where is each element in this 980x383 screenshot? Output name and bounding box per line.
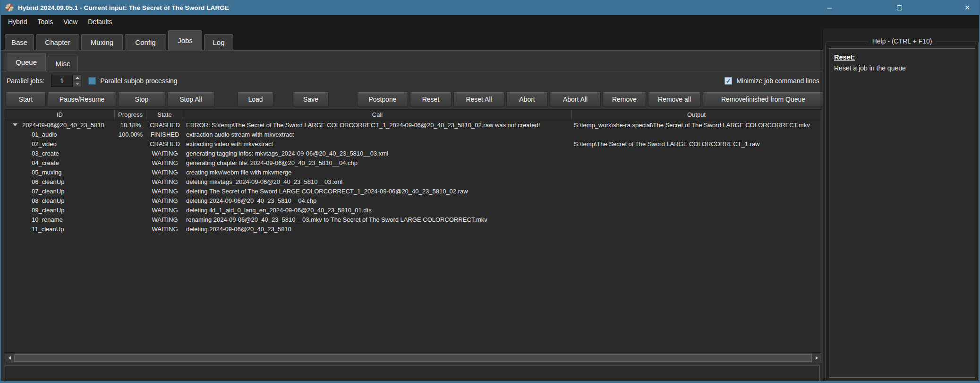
table-row[interactable]: 11_cleanUp WAITING deleting 2024-09-06@2… xyxy=(5,224,821,234)
job-id-cell: 04_create xyxy=(5,158,115,167)
job-call-cell: generating tagging infos: mkvtags_2024-0… xyxy=(183,148,572,158)
job-call-cell: deleting 2024-09-06@20_40_23_5810 xyxy=(183,224,572,234)
job-call-cell: deleting The Secret of The Sword LARGE C… xyxy=(183,186,572,196)
toolbar-button[interactable]: Pause/Resume xyxy=(48,92,116,106)
scrollbar-thumb[interactable] xyxy=(14,354,812,362)
table-header-cell[interactable]: ID xyxy=(5,110,115,120)
job-id-cell: 01_audio xyxy=(5,130,115,139)
job-call-cell: deleting ild_1_aid_0_lang_en_2024-09-06@… xyxy=(183,205,572,215)
expander-icon[interactable] xyxy=(13,123,18,126)
main-tab-bar: BaseChapterMuxingConfigJobsLog xyxy=(1,28,823,50)
minimize-cmd-checkbox[interactable]: ✓ xyxy=(724,77,732,85)
title-bar: Hybrid 2024.09.05.1 - Current input: The… xyxy=(1,0,979,15)
jobs-sub-tab-bar: QueueMisc xyxy=(1,52,823,71)
job-output-cell xyxy=(572,130,821,139)
job-button-group: PostponeResetReset AllAbortAbort AllRemo… xyxy=(357,92,826,106)
jobs-page: QueueMisc Parallel jobs: 1 Parallel subj… xyxy=(1,50,823,383)
spinner-arrows xyxy=(73,75,82,87)
toolbar-button[interactable]: Removefinished from Queue xyxy=(703,92,824,106)
main-tab[interactable]: Base xyxy=(5,34,34,50)
parallel-jobs-value[interactable]: 1 xyxy=(51,75,73,87)
job-output-cell xyxy=(572,215,821,224)
job-output-cell xyxy=(572,177,821,186)
run-button-group: StartPause/ResumeStopStop All xyxy=(6,92,216,106)
main-tab[interactable]: Config xyxy=(125,34,166,50)
job-progress-cell xyxy=(115,196,146,205)
table-row[interactable]: 01_audio 100.00% FINISHED extraction aud… xyxy=(5,130,821,139)
parallel-jobs-spinner[interactable]: 1 xyxy=(51,75,82,87)
menu-item[interactable]: Defaults xyxy=(83,16,117,27)
help-panel: Help - (CTRL + F10) Reset: Reset a job i… xyxy=(823,28,980,383)
table-header-cell[interactable]: Call xyxy=(183,110,572,120)
job-state-cell: WAITING xyxy=(146,158,183,167)
checkmark-icon: ✓ xyxy=(726,78,731,85)
job-id-cell: 07_cleanUp xyxy=(5,186,115,196)
job-state-cell: FINISHED xyxy=(146,130,183,139)
close-icon: ✕ xyxy=(964,4,970,11)
window-title: Hybrid 2024.09.05.1 - Current input: The… xyxy=(18,4,229,11)
table-row[interactable]: 02_video CRASHED extracting video with m… xyxy=(5,139,821,148)
job-id-cell: 05_muxing xyxy=(5,167,115,177)
arrow-left-icon xyxy=(9,356,11,360)
job-state-cell: CRASHED xyxy=(146,139,183,148)
queue-toolbar: StartPause/ResumeStopStop All LoadSave P… xyxy=(1,91,823,107)
toolbar-button[interactable]: Reset xyxy=(410,92,452,106)
job-progress-cell xyxy=(115,158,146,167)
job-id-cell: 02_video xyxy=(5,139,115,148)
job-id-cell: 06_cleanUp xyxy=(5,177,115,186)
table-header-cell[interactable]: Output xyxy=(572,110,821,120)
scroll-left-button[interactable] xyxy=(5,354,14,362)
toolbar-button[interactable]: Stop xyxy=(118,92,165,106)
job-state-cell: WAITING xyxy=(146,177,183,186)
help-topic: Reset: xyxy=(834,53,970,61)
toolbar-button[interactable]: Reset All xyxy=(453,92,504,106)
table-header-cell[interactable]: Progress xyxy=(115,110,146,120)
table-row[interactable]: 09_cleanUp WAITING deleting ild_1_aid_0_… xyxy=(5,205,821,215)
menu-item[interactable]: View xyxy=(58,16,83,27)
toolbar-button[interactable]: Load xyxy=(238,92,273,106)
job-state-cell: WAITING xyxy=(146,196,183,205)
main-tab[interactable]: Chapter xyxy=(36,34,79,50)
job-call-cell: deleting 2024-09-06@20_40_23_5810__04.ch… xyxy=(183,196,572,205)
table-row[interactable]: 05_muxing WAITING creating mkv/webm file… xyxy=(5,167,821,177)
job-output-cell xyxy=(572,158,821,167)
jobs-sub-tab[interactable]: Queue xyxy=(7,53,46,71)
status-box xyxy=(5,365,820,382)
main-tab[interactable]: Jobs xyxy=(168,30,202,50)
toolbar-button[interactable]: Abort xyxy=(506,92,548,106)
toolbar-button[interactable]: Save xyxy=(293,92,329,106)
table-row[interactable]: 2024-09-06@20_40_23_5810 18.18% CRASHED … xyxy=(5,120,821,130)
toolbar-button[interactable]: Stop All xyxy=(167,92,214,106)
jobs-sub-tab[interactable]: Misc xyxy=(48,56,78,71)
table-row[interactable]: 04_create WAITING generating chapter fil… xyxy=(5,158,821,167)
table-row[interactable]: 06_cleanUp WAITING deleting mkvtags_2024… xyxy=(5,177,821,186)
table-row[interactable]: 08_cleanUp WAITING deleting 2024-09-06@2… xyxy=(5,196,821,205)
toolbar-button[interactable]: Start xyxy=(6,92,46,106)
spinner-up-button[interactable] xyxy=(73,75,82,81)
toolbar-button[interactable]: Abort All xyxy=(550,92,601,106)
parallel-subjob-checkbox[interactable] xyxy=(88,77,96,85)
maximize-button[interactable] xyxy=(891,0,907,15)
scroll-right-button[interactable] xyxy=(812,354,821,362)
toolbar-button[interactable]: Remove xyxy=(603,92,646,106)
table-row[interactable]: 03_create WAITING generating tagging inf… xyxy=(5,148,821,158)
close-button[interactable]: ✕ xyxy=(959,0,975,15)
job-output-cell: S:\temp_work\she-ra special\The Secret o… xyxy=(572,120,821,130)
hybrid-window: Hybrid 2024.09.05.1 - Current input: The… xyxy=(0,0,980,383)
toolbar-button[interactable]: Remove all xyxy=(648,92,701,106)
minimize-cmd-group: ✓ Minimize job command lines xyxy=(724,72,819,90)
menu-item[interactable]: Tools xyxy=(32,16,58,27)
table-row[interactable]: 10_rename WAITING renaming 2024-09-06@20… xyxy=(5,215,821,224)
job-state-cell: WAITING xyxy=(146,186,183,196)
toolbar-button[interactable]: Postpone xyxy=(357,92,408,106)
job-state-cell: WAITING xyxy=(146,167,183,177)
main-tab[interactable]: Log xyxy=(204,34,233,50)
job-progress-cell xyxy=(115,148,146,158)
spinner-down-button[interactable] xyxy=(73,81,82,87)
menu-item[interactable]: Hybrid xyxy=(3,16,32,27)
main-tab[interactable]: Muxing xyxy=(81,34,123,50)
minimize-button[interactable]: ─ xyxy=(821,0,837,15)
table-row[interactable]: 07_cleanUp WAITING deleting The Secret o… xyxy=(5,186,821,196)
chevron-down-icon xyxy=(76,83,79,85)
table-header-cell[interactable]: State xyxy=(146,110,183,120)
